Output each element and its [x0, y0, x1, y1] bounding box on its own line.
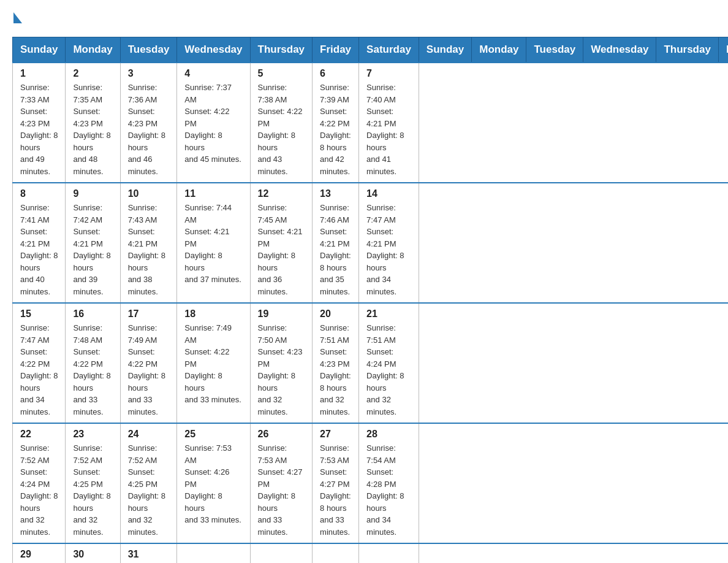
day-info: Sunrise: 7:42 AM Sunset: 4:21 PM Dayligh…	[73, 202, 112, 297]
day-info: Sunrise: 7:44 AM Sunset: 4:21 PM Dayligh…	[184, 202, 242, 286]
calendar-cell: 28 Sunrise: 7:54 AM Sunset: 4:28 PM Dayl…	[359, 423, 419, 543]
calendar-week-4: 22 Sunrise: 7:52 AM Sunset: 4:24 PM Dayl…	[13, 423, 729, 543]
day-number: 7	[366, 68, 411, 79]
calendar-cell: 9 Sunrise: 7:42 AM Sunset: 4:21 PM Dayli…	[66, 183, 120, 303]
day-number: 26	[258, 429, 305, 440]
day-info: Sunrise: 7:51 AM Sunset: 4:24 PM Dayligh…	[366, 322, 411, 418]
col-header-tuesday: Tuesday	[120, 37, 177, 63]
calendar-cell	[250, 543, 313, 563]
col-header-tuesday: Tuesday	[526, 37, 583, 63]
calendar-cell: 4 Sunrise: 7:37 AM Sunset: 4:22 PM Dayli…	[177, 63, 250, 183]
day-info: Sunrise: 7:37 AM Sunset: 4:22 PM Dayligh…	[184, 82, 242, 166]
day-info: Sunrise: 7:36 AM Sunset: 4:23 PM Dayligh…	[128, 82, 170, 177]
calendar-cell: 21 Sunrise: 7:51 AM Sunset: 4:24 PM Dayl…	[359, 303, 419, 423]
day-number: 4	[184, 68, 242, 79]
logo-arrow-icon	[13, 12, 22, 23]
calendar-cell: 2 Sunrise: 7:35 AM Sunset: 4:23 PM Dayli…	[66, 63, 120, 183]
day-number: 1	[20, 68, 58, 79]
calendar-cell	[177, 543, 250, 563]
calendar-table: SundayMondayTuesdayWednesdayThursdayFrid…	[12, 37, 728, 563]
logo	[12, 12, 22, 25]
day-number: 19	[258, 308, 305, 320]
day-info: Sunrise: 7:45 AM Sunset: 4:21 PM Dayligh…	[258, 202, 305, 297]
col-header-friday: Friday	[718, 37, 728, 63]
col-header-wednesday: Wednesday	[177, 37, 250, 63]
calendar-cell: 29 Sunrise: 7:54 AM Sunset: 4:29 PM Dayl…	[13, 543, 66, 563]
day-info: Sunrise: 7:47 AM Sunset: 4:21 PM Dayligh…	[366, 202, 411, 297]
calendar-week-1: 1 Sunrise: 7:33 AM Sunset: 4:23 PM Dayli…	[13, 63, 729, 183]
day-number: 17	[128, 308, 170, 320]
calendar-cell: 1 Sunrise: 7:33 AM Sunset: 4:23 PM Dayli…	[13, 63, 66, 183]
calendar-cell: 31 Sunrise: 7:54 AM Sunset: 4:31 PM Dayl…	[120, 543, 177, 563]
calendar-cell	[313, 543, 359, 563]
day-number: 24	[128, 429, 170, 440]
calendar-cell: 17 Sunrise: 7:49 AM Sunset: 4:22 PM Dayl…	[120, 303, 177, 423]
day-number: 29	[20, 549, 58, 560]
day-info: Sunrise: 7:47 AM Sunset: 4:22 PM Dayligh…	[20, 322, 58, 418]
day-number: 27	[320, 429, 351, 440]
day-number: 28	[366, 429, 411, 440]
calendar-cell: 14 Sunrise: 7:47 AM Sunset: 4:21 PM Dayl…	[359, 183, 419, 303]
calendar-cell: 5 Sunrise: 7:38 AM Sunset: 4:22 PM Dayli…	[250, 63, 313, 183]
day-number: 21	[366, 308, 411, 320]
day-number: 8	[20, 188, 58, 199]
day-info: Sunrise: 7:52 AM Sunset: 4:25 PM Dayligh…	[128, 442, 170, 538]
calendar-cell: 11 Sunrise: 7:44 AM Sunset: 4:21 PM Dayl…	[177, 183, 250, 303]
day-number: 20	[320, 308, 351, 320]
day-info: Sunrise: 7:43 AM Sunset: 4:21 PM Dayligh…	[128, 202, 170, 297]
page-header	[12, 12, 716, 25]
day-info: Sunrise: 7:49 AM Sunset: 4:22 PM Dayligh…	[184, 322, 242, 406]
col-header-monday: Monday	[66, 37, 120, 63]
day-info: Sunrise: 7:52 AM Sunset: 4:25 PM Dayligh…	[73, 442, 112, 538]
calendar-cell: 10 Sunrise: 7:43 AM Sunset: 4:21 PM Dayl…	[120, 183, 177, 303]
day-number: 18	[184, 308, 242, 320]
col-header-saturday: Saturday	[359, 37, 419, 63]
calendar-cell: 6 Sunrise: 7:39 AM Sunset: 4:22 PM Dayli…	[313, 63, 359, 183]
day-info: Sunrise: 7:54 AM Sunset: 4:28 PM Dayligh…	[366, 442, 411, 538]
day-info: Sunrise: 7:53 AM Sunset: 4:27 PM Dayligh…	[258, 442, 305, 538]
calendar-cell: 26 Sunrise: 7:53 AM Sunset: 4:27 PM Dayl…	[250, 423, 313, 543]
day-number: 13	[320, 188, 351, 199]
calendar-cell: 24 Sunrise: 7:52 AM Sunset: 4:25 PM Dayl…	[120, 423, 177, 543]
calendar-cell: 27 Sunrise: 7:53 AM Sunset: 4:27 PM Dayl…	[313, 423, 359, 543]
col-header-wednesday: Wednesday	[583, 37, 656, 63]
day-number: 23	[73, 429, 112, 440]
day-info: Sunrise: 7:35 AM Sunset: 4:23 PM Dayligh…	[73, 82, 112, 177]
day-number: 16	[73, 308, 112, 320]
calendar-cell: 12 Sunrise: 7:45 AM Sunset: 4:21 PM Dayl…	[250, 183, 313, 303]
calendar-cell: 18 Sunrise: 7:49 AM Sunset: 4:22 PM Dayl…	[177, 303, 250, 423]
calendar-cell: 23 Sunrise: 7:52 AM Sunset: 4:25 PM Dayl…	[66, 423, 120, 543]
day-info: Sunrise: 7:52 AM Sunset: 4:24 PM Dayligh…	[20, 442, 58, 538]
day-number: 15	[20, 308, 58, 320]
day-info: Sunrise: 7:48 AM Sunset: 4:22 PM Dayligh…	[73, 322, 112, 418]
col-header-sunday: Sunday	[419, 37, 471, 63]
day-info: Sunrise: 7:46 AM Sunset: 4:21 PM Dayligh…	[320, 202, 351, 297]
day-info: Sunrise: 7:53 AM Sunset: 4:26 PM Dayligh…	[184, 442, 242, 526]
day-number: 6	[320, 68, 351, 79]
day-number: 9	[73, 188, 112, 199]
calendar-cell: 25 Sunrise: 7:53 AM Sunset: 4:26 PM Dayl…	[177, 423, 250, 543]
day-info: Sunrise: 7:39 AM Sunset: 4:22 PM Dayligh…	[320, 82, 351, 177]
day-number: 22	[20, 429, 58, 440]
day-info: Sunrise: 7:53 AM Sunset: 4:27 PM Dayligh…	[320, 442, 351, 538]
calendar-cell: 30 Sunrise: 7:54 AM Sunset: 4:30 PM Dayl…	[66, 543, 120, 563]
calendar-cell: 8 Sunrise: 7:41 AM Sunset: 4:21 PM Dayli…	[13, 183, 66, 303]
calendar-cell: 19 Sunrise: 7:50 AM Sunset: 4:23 PM Dayl…	[250, 303, 313, 423]
col-header-monday: Monday	[472, 37, 526, 63]
calendar-week-3: 15 Sunrise: 7:47 AM Sunset: 4:22 PM Dayl…	[13, 303, 729, 423]
day-info: Sunrise: 7:33 AM Sunset: 4:23 PM Dayligh…	[20, 82, 58, 177]
day-number: 11	[184, 188, 242, 199]
day-number: 5	[258, 68, 305, 79]
day-number: 2	[73, 68, 112, 79]
day-number: 3	[128, 68, 170, 79]
col-header-thursday: Thursday	[250, 37, 313, 63]
calendar-cell: 7 Sunrise: 7:40 AM Sunset: 4:21 PM Dayli…	[359, 63, 419, 183]
day-number: 14	[366, 188, 411, 199]
calendar-week-2: 8 Sunrise: 7:41 AM Sunset: 4:21 PM Dayli…	[13, 183, 729, 303]
calendar-header-row: SundayMondayTuesdayWednesdayThursdayFrid…	[13, 37, 729, 63]
calendar-cell: 16 Sunrise: 7:48 AM Sunset: 4:22 PM Dayl…	[66, 303, 120, 423]
day-info: Sunrise: 7:40 AM Sunset: 4:21 PM Dayligh…	[366, 82, 411, 177]
col-header-friday: Friday	[313, 37, 359, 63]
calendar-cell: 20 Sunrise: 7:51 AM Sunset: 4:23 PM Dayl…	[313, 303, 359, 423]
col-header-sunday: Sunday	[13, 37, 66, 63]
